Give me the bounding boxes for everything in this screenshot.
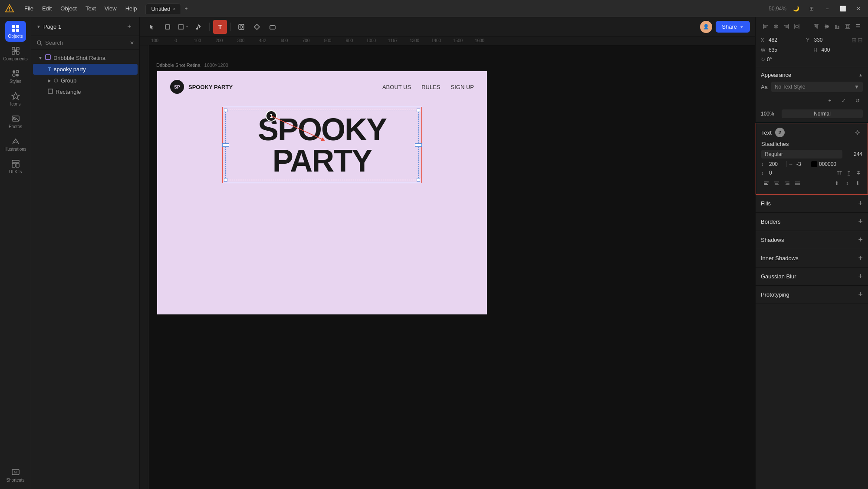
shadows-add-btn[interactable]: + — [858, 235, 863, 244]
tool-styles-label: Styles — [10, 79, 21, 84]
field-w[interactable]: W 635 — [761, 47, 810, 53]
layer-item-dribbble[interactable]: ▼ Dribbble Shot Retina — [33, 52, 138, 63]
text-strikethrough-btn[interactable]: T — [855, 169, 862, 177]
field-x[interactable]: X 482 — [761, 36, 803, 43]
x-label: X — [761, 37, 767, 43]
share-button[interactable]: Share — [716, 21, 750, 33]
tool-icons[interactable]: Icons — [5, 89, 26, 109]
tool-objects[interactable]: Objects — [5, 21, 26, 42]
align-right-btn[interactable] — [782, 22, 791, 31]
handle-mr[interactable] — [415, 143, 422, 147]
layer-label-dribbble: Dribbble Shot Retina — [53, 55, 105, 61]
design-frame[interactable]: SP SPOOKY PARTY ABOUT US RULES SIGN UP — [157, 71, 487, 314]
para-spacing-icon: ↕ — [761, 170, 767, 175]
check-style-btn[interactable]: ✓ — [838, 96, 849, 106]
valign-top-btn[interactable]: ⬆ — [832, 178, 842, 188]
valign-bot-btn[interactable]: ⬇ — [853, 178, 862, 188]
nav-link-rules: RULES — [421, 84, 440, 90]
align-center-v-btn[interactable] — [822, 22, 832, 31]
align-dist-h-btn[interactable] — [792, 22, 802, 31]
search-clear-icon[interactable]: ✕ — [130, 40, 134, 46]
tool-illustrations[interactable]: Illustrations — [5, 134, 26, 155]
tool-component[interactable] — [250, 20, 264, 34]
tool-hotspot[interactable] — [266, 20, 279, 34]
coords-xy: X 482 Y 330 ⊞ ⊟ — [761, 36, 863, 43]
tool-text-active[interactable]: T — [213, 20, 227, 34]
reset-style-btn[interactable]: ↺ — [852, 96, 863, 106]
field-y[interactable]: Y 330 — [806, 36, 848, 43]
tab-close-btn[interactable]: × — [173, 7, 176, 11]
add-page-button[interactable]: + — [125, 22, 134, 31]
color-swatch[interactable] — [811, 161, 817, 167]
spooky-line2: PARTY — [233, 145, 411, 176]
tool-photos[interactable]: Photos — [5, 111, 26, 132]
svg-rect-26 — [48, 89, 53, 93]
letter-spacing-icon: ↔ — [789, 162, 795, 167]
handle-ml[interactable] — [222, 143, 229, 147]
handle-br[interactable] — [417, 178, 420, 182]
align-overflow-btn[interactable]: ☰ — [853, 22, 863, 31]
text-section: Text 2 Staatliches Regular 244 ↕ — [756, 123, 868, 195]
search-input[interactable] — [45, 40, 127, 46]
tab-add-btn[interactable]: + — [181, 4, 191, 13]
layer-item-rectangle[interactable]: Rectangle — [33, 86, 138, 97]
align-justify-text-btn[interactable] — [792, 178, 802, 188]
menu-object[interactable]: Object — [57, 3, 80, 13]
gaussian-blur-add-btn[interactable]: + — [858, 272, 863, 281]
handle-tr[interactable] — [417, 109, 420, 112]
tool-shortcuts[interactable]: Shortcuts — [5, 465, 26, 486]
maximize-btn[interactable]: ⬜ — [837, 3, 849, 15]
moon-icon[interactable]: 🌙 — [790, 3, 802, 15]
borders-add-btn[interactable]: + — [858, 217, 863, 226]
tool-shape-dropdown[interactable] — [176, 20, 190, 34]
align-center-h-btn[interactable] — [771, 22, 781, 31]
layer-item-spooky[interactable]: T spooky party — [33, 64, 138, 75]
tool-select[interactable] — [145, 20, 159, 34]
canvas-area[interactable]: Dribbble Shot Retina 1600×1200 SP SPOOKY… — [148, 45, 755, 489]
font-weight-dropdown[interactable]: Regular — [761, 150, 842, 159]
tab-untitled[interactable]: Untitled × — [145, 3, 181, 14]
menu-view[interactable]: View — [101, 3, 120, 13]
align-top-btn[interactable] — [812, 22, 821, 31]
tool-mask[interactable] — [234, 20, 248, 34]
align-bottom-btn[interactable] — [832, 22, 842, 31]
text-settings-icon[interactable] — [853, 128, 862, 137]
align-left-text-btn[interactable] — [761, 178, 771, 188]
frame-label-text: Dribbble Shot Retina — [156, 63, 201, 68]
grid-icon[interactable]: ⊞ — [806, 3, 818, 15]
align-left-btn[interactable] — [761, 22, 770, 31]
tool-components[interactable]: Components — [5, 43, 26, 64]
menu-edit[interactable]: Edit — [39, 3, 55, 13]
menu-help[interactable]: Help — [122, 3, 141, 13]
align-dist-v-btn[interactable] — [843, 22, 852, 31]
text-style-dropdown[interactable]: No Text Style ▼ — [771, 82, 863, 92]
appearance-header[interactable]: Appearance ▲ — [761, 72, 863, 78]
page-selector[interactable]: ▼ Page 1 — [36, 23, 61, 30]
text-transform-btn[interactable]: TT — [835, 169, 843, 177]
blend-mode-dropdown[interactable]: Normal — [782, 109, 863, 118]
minimize-btn[interactable]: − — [821, 3, 833, 15]
tool-styles[interactable]: Styles — [5, 66, 26, 87]
align-center-text-btn[interactable] — [772, 178, 781, 188]
tool-uikits[interactable]: UI Kits — [5, 156, 26, 177]
prototyping-add-btn[interactable]: + — [858, 290, 863, 299]
tool-frame[interactable] — [161, 20, 174, 34]
field-h[interactable]: H 400 — [814, 47, 863, 53]
layer-item-group[interactable]: ▶ ⬡ Group — [33, 75, 138, 86]
menu-text[interactable]: Text — [82, 3, 99, 13]
fills-add-btn[interactable]: + — [858, 199, 863, 208]
inner-shadows-add-btn[interactable]: + — [858, 254, 863, 263]
text-underline-btn[interactable]: T — [845, 169, 853, 177]
handle-bl[interactable] — [224, 178, 227, 182]
handle-tl[interactable] — [224, 109, 227, 112]
appearance-title: Appearance — [761, 72, 791, 78]
tool-pen[interactable] — [192, 20, 206, 34]
valign-mid-btn[interactable]: ↕ — [842, 178, 852, 188]
text-align-row: ⬆ ↕ ⬇ — [761, 178, 862, 188]
menu-file[interactable]: File — [21, 3, 37, 13]
align-right-text-btn[interactable] — [782, 178, 792, 188]
close-btn[interactable]: ✕ — [852, 3, 865, 15]
text-selection-outer[interactable]: SPOOKY PARTY — [222, 107, 422, 183]
divider — [786, 161, 787, 167]
add-style-btn[interactable]: + — [825, 96, 835, 106]
